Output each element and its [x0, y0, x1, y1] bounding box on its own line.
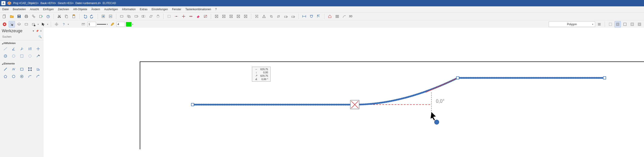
- menu-ausfertigen[interactable]: Ausfertigen: [104, 8, 118, 11]
- polymode-1-icon[interactable]: [607, 21, 614, 28]
- svg-marker-70: [270, 14, 273, 18]
- divide-icon[interactable]: [188, 13, 194, 20]
- hatch-lines-icon[interactable]: [596, 21, 602, 28]
- menu-ansicht[interactable]: Ansicht: [30, 8, 39, 11]
- copy-icon[interactable]: [63, 13, 70, 20]
- rotate-pattern-icon[interactable]: [155, 13, 161, 20]
- svg-rect-31: [128, 16, 130, 18]
- menu-aendern[interactable]: Ändern: [91, 8, 100, 11]
- skew-icon[interactable]: [148, 13, 154, 20]
- menu-zeichnen[interactable]: Zeichnen: [58, 8, 69, 11]
- menu-help[interactable]: ?: [215, 8, 217, 11]
- eraser-icon[interactable]: [195, 13, 201, 20]
- open-folder-icon[interactable]: [9, 13, 15, 20]
- hatch-dash-icon[interactable]: [254, 13, 260, 20]
- chevron-down-icon[interactable]: ▼: [106, 23, 108, 26]
- canvas-area[interactable]: 0,0° ↔629,75 ↕0,00 ↗629,75 ∡0,00 °: [44, 28, 644, 28]
- layers-icon[interactable]: [16, 21, 22, 28]
- pyramid-icon[interactable]: [261, 13, 267, 20]
- menu-extras[interactable]: Extras: [140, 8, 148, 11]
- menu-information[interactable]: Information: [122, 8, 136, 11]
- tools-panel: Werkzeuge ▼ 📌 ✕ 🔍 Hilfslinien n Elemente: [0, 28, 44, 28]
- menu-fenster[interactable]: Fenster: [172, 8, 181, 11]
- trim-icon[interactable]: [173, 13, 180, 20]
- polymode-5-icon[interactable]: [636, 21, 643, 28]
- select-dash-icon[interactable]: [166, 13, 172, 20]
- menu-einstellungen[interactable]: Einstellungen: [152, 8, 168, 11]
- dim-2-icon[interactable]: [308, 13, 314, 20]
- pen-icon[interactable]: [109, 21, 116, 28]
- pen-input[interactable]: [116, 22, 125, 27]
- paste-icon[interactable]: [70, 13, 77, 20]
- erase-line-icon[interactable]: [202, 13, 208, 20]
- chevron-down-icon[interactable]: ▼: [47, 23, 48, 26]
- help-icon[interactable]: ?: [60, 21, 67, 28]
- linetype-icon[interactable]: [80, 21, 86, 28]
- hatch-5-icon[interactable]: [242, 13, 249, 20]
- arrow-view-1-icon[interactable]: [268, 13, 274, 20]
- svg-marker-71: [277, 14, 280, 18]
- chevron-down-icon[interactable]: ▼: [132, 23, 134, 26]
- hatch-3-icon[interactable]: [228, 13, 234, 20]
- hatch-4-icon[interactable]: [235, 13, 242, 20]
- arc-3d-icon[interactable]: [341, 13, 348, 20]
- cube-icon: [7, 1, 11, 5]
- menu-einfuegen[interactable]: Einfügen: [43, 8, 54, 11]
- chevron-down-icon[interactable]: ▼: [68, 23, 69, 26]
- new-file-icon[interactable]: [1, 13, 8, 20]
- dim-1-icon[interactable]: [301, 13, 307, 20]
- arrow-view-3-icon[interactable]: [282, 13, 289, 20]
- cursor-icon[interactable]: [40, 21, 46, 28]
- polygon-type-combo[interactable]: Polygon ▼: [549, 22, 595, 27]
- paste-props-icon[interactable]: [38, 13, 44, 20]
- copy-props-icon[interactable]: [30, 13, 37, 20]
- timer-icon[interactable]: [45, 13, 51, 20]
- svg-marker-47: [197, 16, 199, 18]
- print-icon[interactable]: [23, 13, 30, 20]
- save-icon[interactable]: [16, 13, 22, 20]
- view-pick-icon[interactable]: [30, 21, 37, 28]
- reticle-icon[interactable]: [53, 21, 60, 28]
- separator: [298, 14, 299, 19]
- hatch-2-icon[interactable]: [221, 13, 227, 20]
- cut-icon[interactable]: [56, 13, 62, 20]
- cancel-icon[interactable]: [1, 21, 8, 28]
- view-rect-icon[interactable]: [23, 21, 30, 28]
- flip-icon[interactable]: [140, 13, 147, 20]
- svg-rect-23: [73, 15, 74, 16]
- title-datei: Datei:<unbenannt.d>: [75, 2, 101, 5]
- polymode-3-icon[interactable]: [622, 21, 628, 28]
- menu-bearbeiten[interactable]: Bearbeiten: [13, 8, 26, 11]
- columns-icon[interactable]: [334, 13, 340, 20]
- separator: [116, 14, 116, 19]
- color-swatch[interactable]: [126, 22, 132, 26]
- label-3d[interactable]: 3D: [349, 15, 352, 18]
- separator: [605, 22, 605, 27]
- rotate-rect-icon[interactable]: [133, 13, 140, 20]
- hatch-1-icon[interactable]: [214, 13, 220, 20]
- polymode-4-icon[interactable]: [629, 21, 635, 28]
- plus-box-icon[interactable]: [100, 13, 106, 20]
- svg-marker-36: [150, 16, 152, 17]
- rects-icon[interactable]: [126, 13, 132, 20]
- svg-rect-21: [66, 16, 68, 18]
- chevron-down-icon[interactable]: ▼: [37, 23, 39, 26]
- minus-box-icon[interactable]: [107, 13, 114, 20]
- extend-icon[interactable]: [180, 13, 187, 20]
- svg-rect-32: [135, 16, 137, 17]
- svg-marker-73: [287, 16, 288, 18]
- house-icon[interactable]: [327, 13, 333, 20]
- menu-ar-objekte[interactable]: AR-Objekte: [73, 8, 87, 11]
- menu-datei[interactable]: Datei: [2, 8, 9, 11]
- menu-tastenkombinationen[interactable]: Tastenkombinationen: [185, 8, 211, 11]
- redo-icon[interactable]: [89, 13, 95, 20]
- tools-panel-title-row: Werkzeuge ▼ 📌 ✕: [0, 28, 44, 28]
- undo-icon[interactable]: [82, 13, 88, 20]
- rect-icon[interactable]: [118, 13, 125, 20]
- dim-3-icon[interactable]: [316, 13, 322, 20]
- select-icon[interactable]: [9, 21, 15, 28]
- linetype-input[interactable]: [88, 22, 96, 27]
- arrow-view-2-icon[interactable]: [275, 13, 282, 20]
- arrow-view-4-icon[interactable]: [290, 13, 296, 20]
- polymode-2-icon[interactable]: [614, 21, 621, 28]
